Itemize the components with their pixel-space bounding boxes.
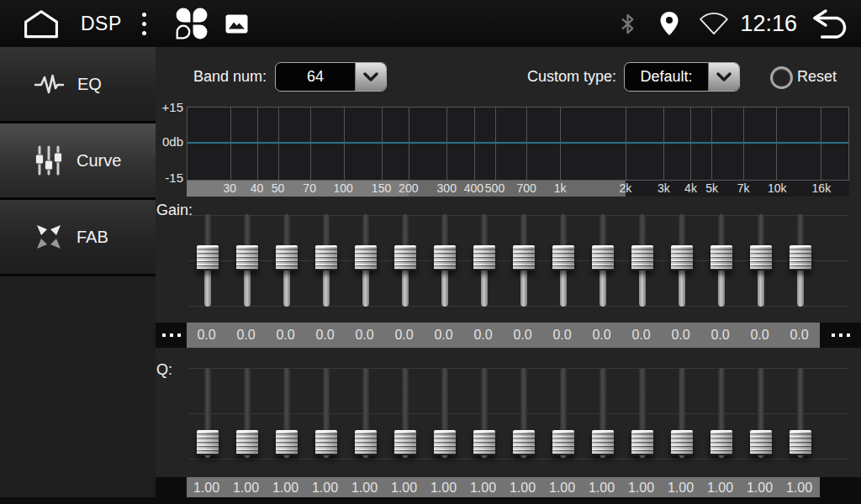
sidebar-item-label: FAB [77,228,108,247]
gain-slider[interactable] [385,214,425,307]
gain-value: 0.0 [463,323,503,348]
gain-slider[interactable] [701,214,741,307]
chevron-down-icon[interactable] [708,63,739,91]
freq-tick-label: 500 [485,181,504,197]
clock: 12:16 [740,11,797,37]
menu-kebab-icon[interactable] [142,13,146,35]
band-num-dropdown[interactable]: 64 [275,62,387,92]
q-slider-thumb[interactable] [276,430,298,455]
q-slider-thumb[interactable] [750,430,772,455]
gridline [230,108,231,180]
q-slider[interactable] [622,368,662,458]
q-slider[interactable] [306,368,346,458]
gridline [626,108,626,180]
gain-slider[interactable] [306,214,346,307]
gain-slider[interactable] [267,214,306,307]
q-slider-thumb[interactable] [394,430,416,455]
gain-slider[interactable] [227,214,267,307]
q-slider[interactable] [504,368,543,458]
gain-slider[interactable] [543,214,583,307]
gain-value: 0.0 [187,323,226,348]
sidebar-item-eq[interactable]: EQ [0,47,156,123]
q-slider-thumb[interactable] [631,430,653,455]
q-slider[interactable] [543,368,583,458]
q-slider[interactable] [385,368,425,458]
gain-slider-thumb[interactable] [473,245,495,270]
q-slider-thumb[interactable] [473,430,495,455]
gridline [382,108,383,180]
freq-tick-label: 30 [223,181,236,197]
q-slider-thumb[interactable] [552,430,574,455]
gain-slider-thumb[interactable] [197,245,219,270]
q-slider[interactable] [346,368,385,458]
gain-slider-thumb[interactable] [592,245,614,270]
q-slider[interactable] [780,368,820,458]
reset-radio[interactable] [770,66,793,89]
chevron-down-icon[interactable] [355,63,386,91]
gridline [257,108,258,180]
gain-slider-thumb[interactable] [394,245,416,270]
gain-slider[interactable] [780,214,820,307]
back-icon[interactable] [811,8,849,39]
more-right-button[interactable] [820,323,861,348]
custom-type-dropdown[interactable]: Default: [624,62,740,92]
q-slider[interactable] [267,368,306,458]
q-slider[interactable] [701,368,741,458]
q-slider[interactable] [741,368,780,458]
sidebar-item-curve[interactable]: Curve [0,123,156,200]
q-slider[interactable] [662,368,701,458]
gain-slider[interactable] [662,214,701,307]
q-slider-thumb[interactable] [355,430,377,455]
gridline [663,108,664,180]
gain-slider-thumb[interactable] [236,245,258,270]
gain-values-row: 0.00.00.00.00.00.00.00.00.00.00.00.00.00… [156,323,861,348]
gain-slider[interactable] [346,214,385,307]
wifi-icon [698,12,730,35]
bottom-edge [0,497,861,504]
gain-slider[interactable] [583,214,622,307]
q-slider-thumb[interactable] [197,430,219,455]
gain-slider-thumb[interactable] [631,245,653,270]
gain-slider[interactable] [188,214,227,307]
sidebar-item-fab[interactable]: FAB [0,200,156,276]
freq-tick-label: 300 [437,181,457,197]
q-slider[interactable] [188,368,227,458]
gain-slider-thumb[interactable] [710,245,732,270]
gain-slider[interactable] [425,214,464,307]
gain-slider[interactable] [741,214,780,307]
q-slider-thumb[interactable] [790,430,811,455]
gain-slider[interactable] [504,214,543,307]
home-icon[interactable] [22,8,61,39]
gain-slider[interactable] [622,214,662,307]
q-slider-thumb[interactable] [592,430,614,455]
q-label: Q: [156,361,172,379]
freq-tick-label: 4k [684,181,697,197]
gain-slider[interactable] [464,214,504,307]
gallery-icon[interactable] [225,14,248,34]
q-slider-thumb[interactable] [671,430,693,455]
eq-response-curve[interactable] [188,142,848,144]
gain-slider-thumb[interactable] [671,245,693,270]
waveform-icon [34,71,65,97]
apps-clover-icon[interactable] [175,7,209,40]
gain-slider-thumb[interactable] [355,245,377,270]
q-slider-thumb[interactable] [236,430,258,455]
gridline [409,108,409,180]
gain-slider-thumb[interactable] [513,245,535,270]
q-slider[interactable] [425,368,464,458]
gain-slider-thumb[interactable] [790,245,811,270]
q-slider[interactable] [583,368,622,458]
gain-slider-thumb[interactable] [552,245,574,270]
q-slider-thumb[interactable] [434,430,456,455]
q-slider[interactable] [464,368,504,458]
q-slider-thumb[interactable] [315,430,337,455]
gain-slider-thumb[interactable] [750,245,772,270]
eq-curve-plot[interactable] [187,107,849,181]
gain-slider-thumb[interactable] [276,245,298,270]
q-slider[interactable] [227,368,267,458]
q-slider-thumb[interactable] [513,430,535,455]
gain-slider-thumb[interactable] [434,245,456,270]
gain-slider-thumb[interactable] [315,245,337,270]
q-slider-thumb[interactable] [710,430,732,455]
more-left-button[interactable] [156,323,187,348]
